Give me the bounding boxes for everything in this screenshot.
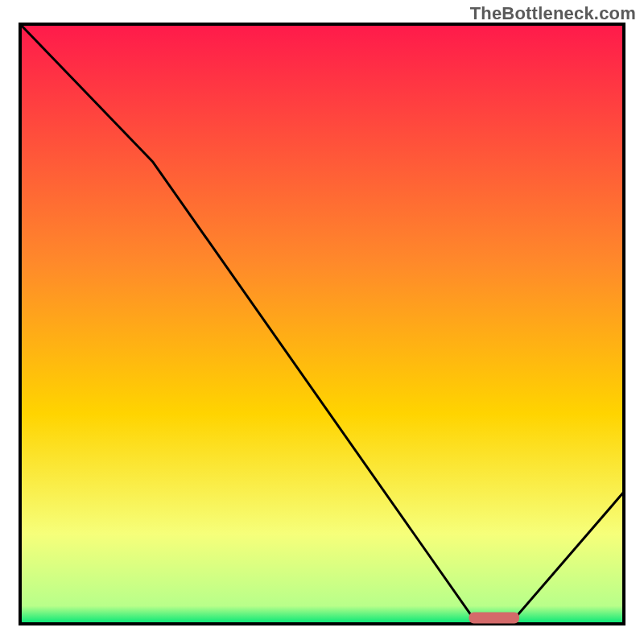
plot-area (20, 24, 624, 624)
watermark-text: TheBottleneck.com (470, 3, 636, 24)
plot-background (20, 24, 624, 624)
chart-container: TheBottleneck.com (0, 0, 644, 644)
optimal-range-marker (469, 613, 520, 624)
bottleneck-chart (0, 0, 644, 644)
